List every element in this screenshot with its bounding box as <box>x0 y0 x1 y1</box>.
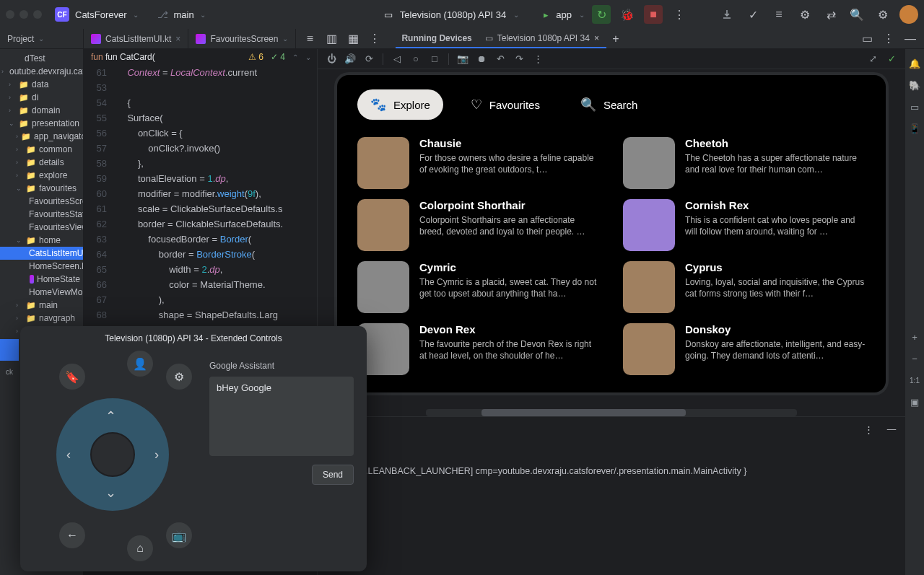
run-config[interactable]: app <box>556 9 572 20</box>
vcs-update-icon[interactable] <box>718 5 736 24</box>
profile-button[interactable]: 👤 <box>127 351 153 377</box>
tree-item[interactable]: ›📁data <box>0 78 83 91</box>
device-manager-icon[interactable]: ▭ <box>907 100 922 114</box>
minimize-panel-icon[interactable]: — <box>901 30 920 48</box>
tree-item[interactable]: ›📁navgraph <box>0 312 83 325</box>
cat-card[interactable]: Cyprus Loving, loyal, social and inquisi… <box>623 261 866 313</box>
power-icon[interactable]: ⏻ <box>323 51 339 67</box>
home-button[interactable]: ⌂ <box>127 535 153 561</box>
bookmark-button[interactable]: 🔖 <box>59 364 85 390</box>
tv-nav-explore[interactable]: 🐾 Explore <box>357 89 443 120</box>
warnings-badge[interactable]: ⚠ 6 <box>248 52 263 62</box>
cat-card[interactable]: Devon Rex The favourite perch of the Dev… <box>357 323 600 375</box>
dpad-right[interactable]: › <box>154 447 159 462</box>
chevron-down-icon[interactable]: ⌄ <box>200 11 206 19</box>
tree-item[interactable]: ›📁di <box>0 91 83 104</box>
chevron-down-icon[interactable]: ⌄ <box>513 11 519 19</box>
up-icon[interactable]: ⌃ <box>292 53 298 61</box>
tree-item[interactable]: HomeViewMod <box>0 286 83 299</box>
overview-icon[interactable]: □ <box>427 51 443 67</box>
record-icon[interactable]: ⏺ <box>474 51 489 67</box>
inspect-icon[interactable]: ⤢ <box>865 51 881 67</box>
close-window[interactable] <box>6 10 14 19</box>
project-name[interactable]: CatsForever <box>75 9 127 20</box>
step-back-icon[interactable]: ↶ <box>492 51 508 67</box>
indent-icon[interactable]: ≡ <box>770 5 788 24</box>
sync-icon[interactable]: ⇄ <box>821 5 840 24</box>
tree-item[interactable]: ›📁common <box>0 143 83 156</box>
emulator-scrollbar[interactable] <box>426 409 797 416</box>
cat-card[interactable]: Cornish Rex This is a confident cat who … <box>623 199 866 251</box>
close-tab-icon[interactable]: × <box>594 33 599 43</box>
branch-name[interactable]: main <box>174 9 194 20</box>
editor-tab-catslistitemui[interactable]: CatsListItemUI.kt × <box>84 29 188 48</box>
cat-card[interactable]: Cymric The Cymric is a placid, sweet cat… <box>357 261 600 313</box>
weak-warnings-badge[interactable]: ✓ 4 <box>271 52 285 62</box>
more-icon[interactable]: ⋮ <box>530 51 546 67</box>
tree-item[interactable]: ⌄📁favourites <box>0 182 83 195</box>
tree-item[interactable]: HomeScreen.kt <box>0 260 83 273</box>
console-panel[interactable]: ⋮ — t.category.LEANBACK_LAUNCHER] cmp=yo… <box>318 416 905 575</box>
notifications-icon[interactable]: 🔔 <box>907 56 922 71</box>
fit-icon[interactable]: ▣ <box>907 395 922 409</box>
add-tab-icon[interactable]: + <box>606 30 625 48</box>
design-view-icon[interactable]: ▦ <box>344 30 362 48</box>
tree-item[interactable]: ⌄📁home <box>0 234 83 247</box>
chevron-down-icon[interactable]: ⌄ <box>282 35 288 43</box>
zoom-out-icon[interactable]: − <box>907 351 922 366</box>
cat-card[interactable]: Cheetoh The Cheetoh has a super affectio… <box>623 137 866 189</box>
rotate-icon[interactable]: ⟳ <box>361 51 377 67</box>
stop-button[interactable]: ■ <box>644 5 663 24</box>
tv-nav-favourites[interactable]: ♡ Favourites <box>458 89 553 120</box>
run-button[interactable]: ↻ <box>592 5 611 24</box>
minimize-panel-icon[interactable]: — <box>882 420 901 439</box>
search-icon[interactable]: 🔍 <box>847 5 866 24</box>
close-tab-icon[interactable]: × <box>175 34 180 44</box>
tv-button[interactable]: 📺 <box>166 522 192 548</box>
zoom-reset[interactable]: 1:1 <box>907 373 922 387</box>
more-actions-icon[interactable]: ⋮ <box>670 5 689 24</box>
emulator-icon[interactable]: 📱 <box>907 121 922 136</box>
avatar[interactable] <box>899 5 918 24</box>
ga-input[interactable]: bHey Google <box>209 377 354 456</box>
extended-controls-window[interactable]: Television (1080p) API 34 - Extended Con… <box>20 326 367 571</box>
cat-card[interactable]: Donskoy Donskoy are affectionate, intell… <box>623 323 866 375</box>
left-rail-item[interactable]: ck <box>0 361 19 382</box>
debug-button[interactable]: 🐞 <box>618 5 637 24</box>
tree-item[interactable]: ›📁main <box>0 299 83 312</box>
project-tool-header[interactable]: Project⌄ <box>0 29 84 48</box>
emulator-screen[interactable]: 🐾 Explore ♡ Favourites 🔍 Search Chausie … <box>337 75 886 392</box>
tv-nav-search[interactable]: 🔍 Search <box>567 89 651 120</box>
tree-item[interactable]: dTest <box>0 52 83 65</box>
device-picker[interactable]: Television (1080p) API 34 <box>400 9 506 20</box>
send-button[interactable]: Send <box>312 465 354 485</box>
maximize-window[interactable] <box>33 10 42 19</box>
list-view-icon[interactable]: ≡ <box>300 30 319 48</box>
minimize-window[interactable] <box>19 10 28 19</box>
tree-item[interactable]: FavouritesScre <box>0 195 83 208</box>
more-icon[interactable]: ⋮ <box>879 30 898 48</box>
dpad-down[interactable]: ⌄ <box>105 485 116 501</box>
tree-item[interactable]: ›📁app_navigator <box>0 130 83 143</box>
dpad-select[interactable] <box>90 432 135 477</box>
tree-item[interactable]: ⌄📁presentation <box>0 117 83 130</box>
editor-tab-favouritesscreen[interactable]: FavouritesScreen ⌄ <box>188 29 296 48</box>
more-icon[interactable]: ⋮ <box>365 30 384 48</box>
step-fwd-icon[interactable]: ↷ <box>511 51 527 67</box>
more-icon[interactable]: ⋮ <box>859 420 878 439</box>
window-mode-icon[interactable]: ▭ <box>858 30 876 48</box>
home-icon[interactable]: ○ <box>408 51 424 67</box>
tree-item[interactable]: ›📁explore <box>0 169 83 182</box>
back-button[interactable]: ← <box>59 522 85 548</box>
chevron-down-icon[interactable]: ⌄ <box>133 11 139 19</box>
tree-item[interactable]: ›outube.devxraju.catsfo <box>0 65 83 78</box>
cat-card[interactable]: Colorpoint Shorthair Colorpoint Shorthai… <box>357 199 600 251</box>
tree-item[interactable]: CatsListItemUI. <box>0 247 83 260</box>
settings-button[interactable]: ⚙ <box>166 364 192 390</box>
screenshot-icon[interactable]: 📷 <box>455 51 471 67</box>
tree-item[interactable]: FavouritesView <box>0 221 83 234</box>
build-icon[interactable]: ⚙ <box>796 5 814 24</box>
volume-icon[interactable]: 🔊 <box>342 51 358 67</box>
tree-item[interactable]: FavouritesState <box>0 208 83 221</box>
dpad-left[interactable]: ‹ <box>66 447 71 462</box>
